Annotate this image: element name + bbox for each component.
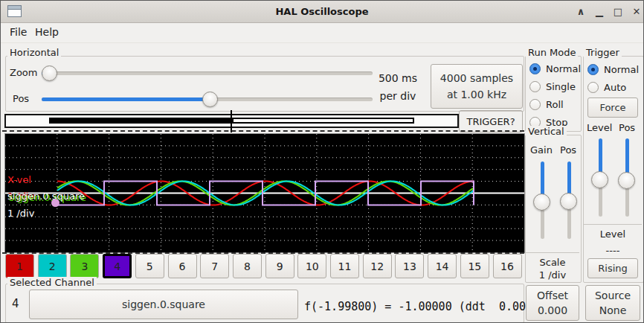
radio-label: Normal: [604, 64, 639, 75]
title-bar[interactable]: HAL Oscilloscope ∧▁□✕: [1, 1, 643, 23]
channel-button-12[interactable]: 12: [363, 254, 392, 278]
slider-fill: [42, 97, 210, 101]
channel-button-5[interactable]: 5: [135, 254, 164, 278]
radio-label: Single: [546, 81, 576, 92]
radio-icon[interactable]: [587, 64, 599, 75]
menu-file[interactable]: File: [5, 25, 31, 40]
trigger-radios: NormalAuto: [587, 60, 640, 96]
menu-help[interactable]: Help: [30, 25, 63, 40]
slider-track[interactable]: [42, 71, 373, 75]
scope-label: 1 /div: [7, 208, 34, 219]
selected-channel-number: 4: [12, 297, 19, 310]
horizontal-pos-slider[interactable]: [42, 92, 373, 107]
zoom-label: Zoom: [10, 67, 37, 78]
shade-button[interactable]: ∧: [572, 1, 590, 22]
horizontal-group-label: Horizontal: [7, 47, 61, 58]
radio-roll[interactable]: Roll: [529, 95, 579, 113]
vertical-gain-slider[interactable]: [533, 162, 551, 239]
run-mode-radios: NormalSingleRollStop: [529, 60, 579, 131]
vertical-divider: [526, 252, 579, 253]
vertical-pos-label: Pos: [560, 144, 576, 156]
slider-handle[interactable]: [533, 194, 550, 211]
close-button[interactable]: ✕: [628, 1, 644, 22]
channel-button-3[interactable]: 3: [70, 254, 99, 278]
run-mode-group-label: Run Mode: [526, 47, 578, 58]
pos-label: Pos: [13, 93, 29, 104]
scale-label: Scale: [525, 257, 580, 268]
channel-button-9[interactable]: 9: [265, 254, 294, 278]
force-button[interactable]: Force: [587, 97, 638, 118]
radio-single[interactable]: Single: [529, 77, 579, 95]
minimize-button[interactable]: ▁: [590, 1, 608, 22]
channel-button-6[interactable]: 6: [168, 254, 197, 278]
trigger-level-readout-value: ----: [583, 245, 643, 256]
trigger-level-slider[interactable]: [591, 138, 609, 217]
channel-button-15[interactable]: 15: [460, 254, 489, 278]
channel-value-readout: f(-1.99800) = -1.00000 (ddt 0.00000): [304, 300, 553, 313]
trigger-group-label: Trigger: [584, 47, 622, 58]
radio-label: Normal: [546, 63, 581, 74]
radio-auto[interactable]: Auto: [587, 78, 640, 96]
selected-channel-name-button[interactable]: siggen.0.square: [29, 290, 298, 319]
radio-label: Roll: [546, 99, 564, 110]
trigger-pos-column-label: Pos: [619, 122, 635, 133]
scope-focus-dash-top: [2, 130, 524, 132]
channel-button-7[interactable]: 7: [200, 254, 229, 278]
samples-button[interactable]: 4000 samples at 1.00 kHz: [431, 64, 523, 109]
radio-label: Auto: [604, 82, 626, 93]
vertical-group-label: Vertical: [526, 126, 567, 137]
channel-button-16[interactable]: 16: [493, 254, 522, 278]
slider-handle[interactable]: [202, 92, 218, 107]
slider-handle[interactable]: [560, 193, 577, 210]
trigger-status-box: TRIGGER?: [459, 110, 523, 132]
trigger-level-readout-label: Level: [583, 228, 643, 240]
radio-icon[interactable]: [529, 99, 541, 110]
radio-normal[interactable]: Normal: [587, 60, 640, 78]
radio-icon[interactable]: [529, 63, 541, 74]
channel-button-8[interactable]: 8: [233, 254, 262, 278]
offset-button[interactable]: Offset 0.000: [526, 285, 579, 321]
radio-icon[interactable]: [529, 81, 541, 92]
record-filled-segment: [49, 118, 232, 124]
scope-label: X-vel: [7, 175, 31, 185]
channel-button-2[interactable]: 2: [38, 254, 67, 278]
selected-channel-group-label: Selected Channel: [7, 277, 97, 288]
trigger-level-column-label: Level: [587, 122, 612, 133]
trigger-pos-slider[interactable]: [618, 138, 636, 217]
trigger-position-marker: [231, 110, 232, 132]
trigger-divider: [584, 224, 642, 225]
channel-button-4[interactable]: 4: [103, 254, 132, 278]
vertical-pos-slider[interactable]: [560, 162, 578, 239]
scale-value: 1 /div: [525, 269, 580, 281]
vertical-gain-label: Gain: [530, 144, 553, 156]
channel-button-14[interactable]: 14: [428, 254, 457, 278]
trigger-source-button[interactable]: Source None: [585, 285, 640, 321]
window-title: HAL Oscilloscope: [1, 1, 643, 22]
radio-icon[interactable]: [587, 82, 599, 93]
trigger-status-label: TRIGGER?: [466, 116, 515, 127]
horizontal-zoom-slider[interactable]: [42, 65, 373, 81]
timebase-readout: 500 ms per div: [371, 69, 425, 105]
scope-label: siggen.0.square: [7, 191, 85, 202]
trigger-edge-button[interactable]: Rising: [587, 258, 638, 278]
record-pretrigger-segment: [232, 118, 414, 124]
maximize-button[interactable]: □: [609, 1, 627, 22]
menu-bar: File Help: [1, 22, 643, 43]
channel-button-1[interactable]: 1: [5, 254, 34, 278]
scope-display[interactable]: X-vel1 /divsiggen.0.squaresiggen.0.squar…: [4, 133, 525, 253]
slider-handle[interactable]: [42, 65, 57, 81]
slider-handle[interactable]: [618, 172, 635, 189]
halscope-window: { "window": { "title": "HAL Oscilloscope…: [0, 0, 644, 323]
channel-button-11[interactable]: 11: [330, 254, 359, 278]
channel-position-marker[interactable]: [51, 199, 59, 207]
channel-button-10[interactable]: 10: [297, 254, 326, 278]
slider-handle[interactable]: [591, 171, 608, 188]
radio-normal[interactable]: Normal: [529, 60, 579, 77]
channel-button-13[interactable]: 13: [395, 254, 424, 278]
